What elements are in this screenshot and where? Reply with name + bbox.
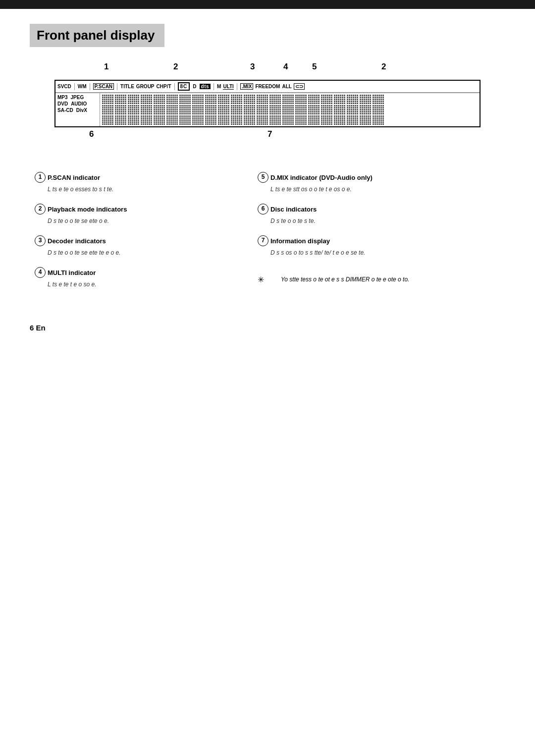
section-title-box: Front panel display xyxy=(30,24,164,47)
tag-d: D xyxy=(192,84,197,89)
desc-item-4: 4 MULTI indicator L ts e te t e o so e. xyxy=(30,262,253,294)
desc-title-2: Playback mode indicators xyxy=(48,206,127,213)
tag-wm: WM xyxy=(78,84,87,89)
page-content: Front panel display 1 2 3 4 5 2 SVCD WM … xyxy=(0,9,535,362)
label-4: 4 xyxy=(283,62,288,72)
tag-mp3: MP3 xyxy=(57,95,68,100)
tag-title: TITLE xyxy=(120,84,134,89)
desc-item-6: 6 Disc indicators D s te o o te s te. xyxy=(253,199,476,230)
bottom-number-labels: 6 7 xyxy=(54,129,485,147)
disc-row1: MP3 JPEG xyxy=(57,94,98,101)
desc-title-3: Decoder indicators xyxy=(48,237,106,245)
desc-body-4: L ts e te t e o so e. xyxy=(48,280,243,289)
page-number: 6 En xyxy=(30,324,46,332)
desc-item-2: 2 Playback mode indicators D s te o o te… xyxy=(30,199,253,230)
label-7: 7 xyxy=(268,129,272,139)
sep3 xyxy=(117,83,117,90)
panel-top-row: SVCD WM P.SCAN TITLE GROUP CHP/T 8C D dt… xyxy=(55,81,480,93)
sep2 xyxy=(90,83,90,90)
desc-header-6: 6 Disc indicators xyxy=(258,204,466,215)
tag-mix: .MIX xyxy=(240,83,254,90)
dimmer-note: ✳ Yo stte tess o te ot e s s DIMMER o te… xyxy=(253,270,476,294)
desc-body-5: L ts e te stt os o o te t e os o e. xyxy=(270,185,466,194)
diagram-area: 1 2 3 4 5 2 SVCD WM P.SCAN TITLE GROUP xyxy=(50,62,485,147)
desc-title-5: D.MIX indicator (DVD-Audio only) xyxy=(270,174,373,181)
desc-num-7: 7 xyxy=(258,235,268,246)
desc-body-6: D s te o o te s te. xyxy=(270,216,466,225)
desc-item-1: 1 P.SCAN indicator L ts e te o esses to … xyxy=(30,167,253,199)
desc-title-7: Information display xyxy=(270,237,330,245)
dimmer-text: Yo stte tess o te ot e s s DIMMER o te e… xyxy=(281,275,409,284)
desc-item-7: 7 Information display D s s os o to s s … xyxy=(253,230,476,262)
label-1: 1 xyxy=(104,62,108,72)
label-2a: 2 xyxy=(173,62,178,72)
sep5 xyxy=(214,83,214,90)
tag-dts: dts xyxy=(200,84,211,89)
tag-pscan: P.SCAN xyxy=(93,83,114,90)
tag-dvd: DVD xyxy=(57,101,68,107)
descriptions-grid: 1 P.SCAN indicator L ts e te o esses to … xyxy=(30,167,476,294)
label-5: 5 xyxy=(312,62,317,72)
dot-row-2 xyxy=(102,105,478,114)
sep1 xyxy=(74,83,75,90)
disc-labels: MP3 JPEG DVD AUDIO SA-CD DivX xyxy=(55,93,100,126)
desc-header-4: 4 MULTI indicator xyxy=(35,267,243,278)
sep4 xyxy=(174,83,175,90)
label-6: 6 xyxy=(89,129,94,139)
dimmer-note-inner: ✳ Yo stte tess o te ot e s s DIMMER o te… xyxy=(258,275,466,284)
desc-num-5: 5 xyxy=(258,172,268,183)
tag-jpeg: JPEG xyxy=(71,95,84,100)
desc-title-4: MULTI indicator xyxy=(48,269,96,276)
desc-num-4: 4 xyxy=(35,267,46,278)
tag-chp: CHP/T xyxy=(157,84,171,89)
label-2b: 2 xyxy=(381,62,386,72)
tag-ulti: ULTI xyxy=(223,84,233,90)
tag-cde: ⊂⊃ xyxy=(294,83,305,90)
desc-body-3: D s te o o te se ete te e o e. xyxy=(48,248,243,257)
sep6 xyxy=(237,83,237,90)
tag-svcd: SVCD xyxy=(57,84,71,89)
desc-header-1: 1 P.SCAN indicator xyxy=(35,172,243,183)
dot-row-3 xyxy=(102,115,478,125)
dimmer-icon: ✳ xyxy=(258,275,264,284)
desc-header-7: 7 Information display xyxy=(258,235,466,246)
panel-middle: MP3 JPEG DVD AUDIO SA-CD DivX xyxy=(55,93,480,126)
desc-num-2: 2 xyxy=(35,204,46,215)
desc-num-6: 6 xyxy=(258,204,268,215)
page-title: Front panel display xyxy=(37,28,155,43)
desc-item-3: 3 Decoder indicators D s te o o te se et… xyxy=(30,230,253,262)
display-panel-wrapper: SVCD WM P.SCAN TITLE GROUP CHP/T 8C D dt… xyxy=(50,80,485,127)
tag-m: M xyxy=(217,84,221,89)
tag-8c: 8C xyxy=(178,82,190,91)
tag-divx: DivX xyxy=(76,108,87,113)
tag-all: ALL xyxy=(282,84,291,89)
display-panel: SVCD WM P.SCAN TITLE GROUP CHP/T 8C D dt… xyxy=(54,80,481,127)
desc-header-3: 3 Decoder indicators xyxy=(35,235,243,246)
desc-num-3: 3 xyxy=(35,235,46,246)
tag-freedom: FREEDOM xyxy=(255,84,280,89)
desc-header-2: 2 Playback mode indicators xyxy=(35,204,243,215)
label-3: 3 xyxy=(250,62,255,72)
top-number-labels: 1 2 3 4 5 2 xyxy=(54,62,485,80)
desc-item-5: 5 D.MIX indicator (DVD-Audio only) L ts … xyxy=(253,167,476,199)
top-bar xyxy=(0,0,535,9)
desc-title-1: P.SCAN indicator xyxy=(48,174,100,181)
tag-group: GROUP xyxy=(136,84,155,89)
page-number-area: 6 En xyxy=(30,324,505,332)
desc-body-2: D s te o o te se ete o e. xyxy=(48,216,243,225)
dot-matrix-display xyxy=(100,93,480,126)
disc-row3: SA-CD DivX xyxy=(57,107,98,113)
dot-row-1 xyxy=(102,95,478,104)
desc-title-6: Disc indicators xyxy=(270,206,317,213)
desc-header-5: 5 D.MIX indicator (DVD-Audio only) xyxy=(258,172,466,183)
tag-sacd: SA-CD xyxy=(57,108,73,113)
desc-num-1: 1 xyxy=(35,172,46,183)
disc-row2: DVD AUDIO xyxy=(57,101,98,107)
desc-body-7: D s s os o to s s tte/ te/ t e o e se te… xyxy=(270,248,466,257)
desc-body-1: L ts e te o esses to s t te. xyxy=(48,185,243,194)
tag-audio: AUDIO xyxy=(71,101,87,107)
